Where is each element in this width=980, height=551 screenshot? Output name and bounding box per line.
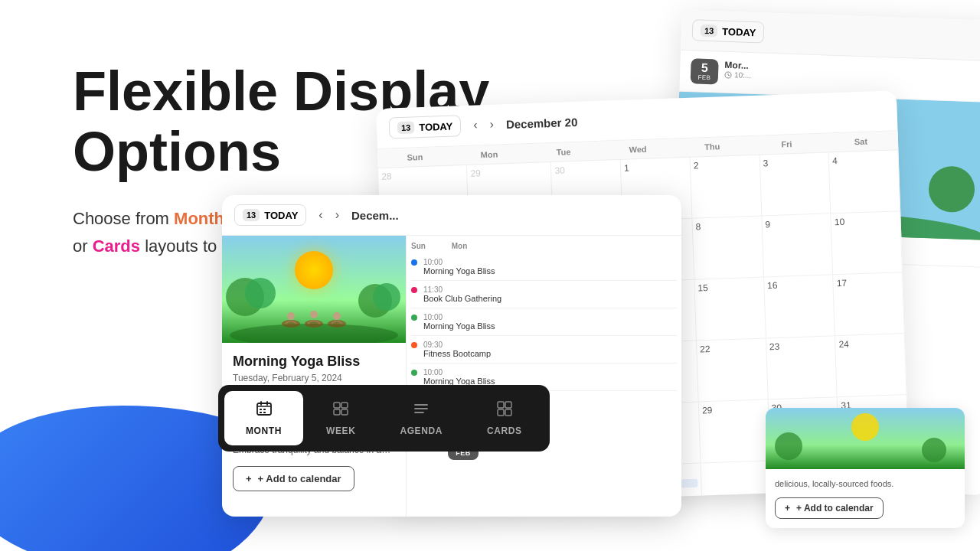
tab-week[interactable]: WEEK bbox=[305, 391, 377, 445]
plus-icon-2: + bbox=[785, 503, 790, 514]
view-tab-bar: MONTH WEEK AGENDA bbox=[218, 385, 550, 452]
agenda-row-3[interactable]: 10:00 Morning Yoga Bliss bbox=[411, 308, 677, 336]
far-right-event-badge: 5 FEB bbox=[691, 58, 719, 84]
svg-rect-17 bbox=[498, 409, 504, 416]
add-to-calendar-secondary[interactable]: + + Add to calendar bbox=[775, 497, 884, 519]
svg-point-23 bbox=[373, 283, 400, 311]
prev-month-back[interactable]: ‹ bbox=[469, 116, 482, 134]
event-image-panel: 5 FEB bbox=[222, 236, 406, 517]
next-month-main[interactable]: › bbox=[331, 207, 344, 223]
agenda-row-4[interactable]: 09:30 Fitness Bootcamp bbox=[411, 336, 677, 364]
cal-cell[interactable]: 2 bbox=[690, 155, 761, 219]
svg-rect-6 bbox=[260, 412, 262, 413]
cards-icon bbox=[496, 400, 513, 421]
event-card-2-body: delicious, locally-sourced foods. + + Ad… bbox=[766, 469, 965, 528]
today-label-back: TODAY bbox=[419, 120, 453, 133]
today-btn-far-right[interactable]: 13 TODAY bbox=[692, 19, 765, 43]
tab-agenda[interactable]: AGENDA bbox=[378, 391, 464, 445]
next-month-back[interactable]: › bbox=[485, 116, 498, 133]
day-sun: Sun bbox=[377, 147, 452, 168]
svg-point-31 bbox=[775, 432, 802, 460]
cal-cell[interactable]: 29 bbox=[699, 399, 770, 463]
week-icon bbox=[332, 400, 349, 421]
cal-cell[interactable]: 22 bbox=[697, 338, 768, 402]
svg-point-29 bbox=[333, 312, 341, 320]
far-right-event-time: 10:... bbox=[724, 70, 752, 80]
agenda-event-text: 11:30 Book Club Gathering bbox=[423, 285, 501, 303]
svg-point-28 bbox=[310, 311, 318, 318]
tab-month[interactable]: MONTH bbox=[224, 391, 303, 445]
tab-cards-label: CARDS bbox=[487, 425, 522, 436]
svg-point-21 bbox=[245, 278, 276, 308]
day-thu: Thu bbox=[675, 136, 750, 157]
event-dot bbox=[411, 342, 417, 348]
cal-cell[interactable]: 17 bbox=[833, 272, 904, 336]
event-dot bbox=[411, 259, 417, 266]
far-right-month: FEB bbox=[697, 74, 712, 82]
tab-cards[interactable]: CARDS bbox=[466, 391, 544, 445]
agenda-row-1[interactable]: 10:00 Morning Yoga Bliss bbox=[411, 253, 677, 281]
cal-cell[interactable]: 16 bbox=[764, 275, 835, 338]
event-title: Morning Yoga Bliss bbox=[233, 354, 395, 370]
date-badge-far-right: 13 bbox=[701, 24, 718, 37]
add-to-calendar-label: + Add to calendar bbox=[258, 473, 341, 484]
svg-rect-16 bbox=[505, 402, 511, 408]
svg-line-35 bbox=[728, 75, 730, 76]
month-title-main: Decem... bbox=[351, 209, 669, 222]
cal-cell[interactable]: 8 bbox=[692, 217, 763, 280]
day-wed: Wed bbox=[600, 139, 675, 159]
svg-rect-5 bbox=[263, 409, 266, 410]
add-to-calendar-main[interactable]: + + Add to calendar bbox=[233, 466, 354, 491]
svg-rect-8 bbox=[334, 403, 340, 408]
highlight-month: Month bbox=[174, 209, 224, 228]
agenda-col-header: Sun Mon bbox=[411, 242, 677, 250]
svg-rect-4 bbox=[260, 409, 262, 410]
prev-month-main[interactable]: ‹ bbox=[314, 207, 327, 223]
far-right-day: 5 bbox=[697, 62, 713, 75]
cal-cell[interactable]: 9 bbox=[762, 214, 833, 277]
svg-rect-7 bbox=[263, 412, 266, 413]
yoga-scene-svg bbox=[222, 236, 406, 343]
far-right-event-title: Mor... bbox=[724, 60, 752, 71]
svg-rect-18 bbox=[505, 409, 511, 416]
cal-cell[interactable] bbox=[701, 461, 772, 506]
svg-point-30 bbox=[851, 413, 879, 441]
month-title-back: December 20 bbox=[506, 104, 885, 130]
cal-cell[interactable]: 15 bbox=[694, 277, 766, 341]
svg-rect-15 bbox=[498, 402, 504, 408]
day-mon: Mon bbox=[452, 144, 527, 165]
tab-month-label: MONTH bbox=[246, 425, 282, 436]
cal-cell[interactable]: 23 bbox=[766, 336, 837, 399]
date-badge-main: 13 bbox=[243, 209, 260, 221]
agenda-event-text: 10:00 Morning Yoga Bliss bbox=[423, 313, 495, 331]
event-card-secondary: delicious, locally-sourced foods. + + Ad… bbox=[766, 408, 965, 528]
agenda-row-2[interactable]: 11:30 Book Club Gathering bbox=[411, 281, 677, 308]
agenda-event-text: 09:30 Fitness Bootcamp bbox=[423, 341, 491, 358]
svg-rect-10 bbox=[334, 409, 340, 415]
cal-cell[interactable]: 4 bbox=[829, 150, 900, 214]
tab-week-label: WEEK bbox=[326, 425, 355, 436]
or-text: or bbox=[73, 236, 93, 256]
today-button-back[interactable]: 13 TODAY bbox=[389, 115, 462, 139]
plus-icon: + bbox=[246, 473, 252, 484]
highlight-cards: Cards bbox=[93, 236, 140, 256]
clock-icon bbox=[724, 70, 732, 78]
today-label-far-right: TODAY bbox=[722, 25, 756, 38]
cal-cell[interactable]: 24 bbox=[835, 334, 906, 397]
mini-agenda-panel: Sun Mon 10:00 Morning Yoga Bliss 11:30 B… bbox=[406, 236, 681, 517]
event-card-2-desc: delicious, locally-sourced foods. bbox=[775, 478, 956, 490]
event-dot bbox=[411, 287, 417, 293]
cal-cell[interactable]: 10 bbox=[831, 211, 903, 275]
event-dot bbox=[411, 370, 417, 376]
svg-rect-9 bbox=[341, 403, 348, 408]
day-sat: Sat bbox=[823, 131, 898, 152]
calendar-nav-back: ‹ › bbox=[469, 116, 498, 133]
subtitle-prefix: Choose from bbox=[73, 209, 174, 228]
svg-rect-11 bbox=[341, 409, 348, 415]
date-badge-back: 13 bbox=[397, 121, 415, 134]
cal-cell[interactable]: 3 bbox=[760, 152, 831, 216]
svg-point-32 bbox=[922, 438, 946, 462]
svg-point-27 bbox=[287, 312, 295, 320]
calendar-main-card: 13 TODAY ‹ › Decem... 5 FEB bbox=[222, 195, 681, 517]
today-button-main[interactable]: 13 TODAY bbox=[234, 204, 306, 226]
